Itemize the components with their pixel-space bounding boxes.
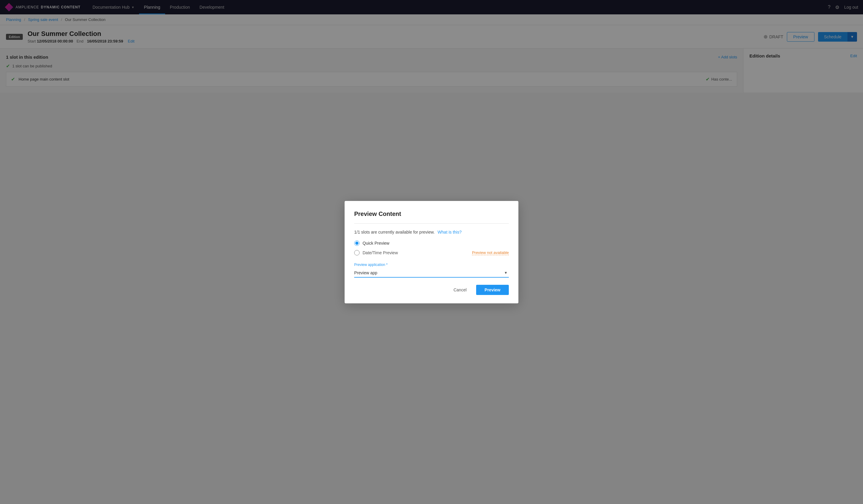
modal-overlay: Preview Content 1/1 slots are currently …: [0, 0, 863, 92]
